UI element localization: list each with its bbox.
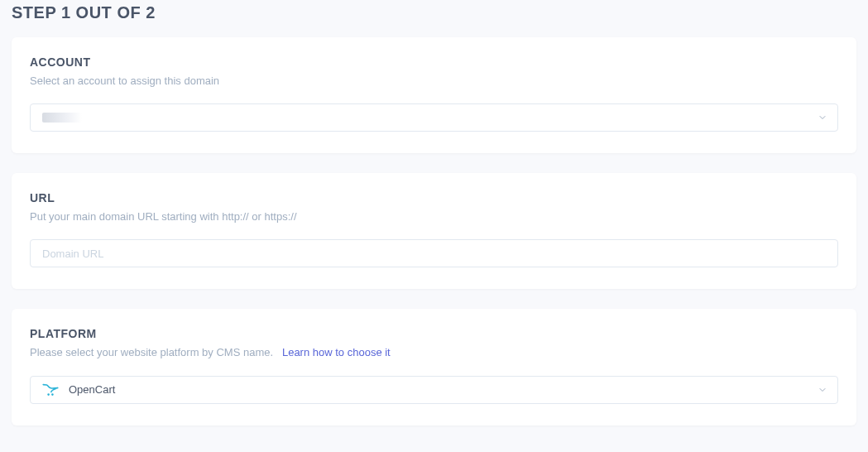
url-description: Put your main domain URL starting with h… [30,209,838,224]
account-selected-value [42,113,82,123]
account-select[interactable] [30,103,838,132]
svg-point-0 [47,393,50,396]
svg-point-1 [51,393,54,396]
learn-how-link[interactable]: Learn how to choose it [282,346,391,358]
step-title: STEP 1 OUT OF 2 [12,0,856,37]
url-heading: URL [30,191,838,204]
chevron-down-icon [818,385,827,395]
opencart-icon [42,383,59,397]
account-card: ACCOUNT Select an account to assign this… [12,37,856,153]
platform-heading: PLATFORM [30,327,838,340]
account-description: Select an account to assign this domain [30,74,838,89]
account-heading: ACCOUNT [30,55,838,69]
url-card: URL Put your main domain URL starting wi… [12,173,856,289]
chevron-down-icon [818,113,827,123]
platform-card: PLATFORM Please select your website plat… [12,309,856,425]
platform-selected-value: OpenCart [69,383,115,396]
platform-description: Please select your website platform by C… [30,345,838,360]
url-input[interactable] [30,239,838,267]
platform-select[interactable]: OpenCart [30,376,838,404]
platform-description-text: Please select your website platform by C… [30,346,273,358]
